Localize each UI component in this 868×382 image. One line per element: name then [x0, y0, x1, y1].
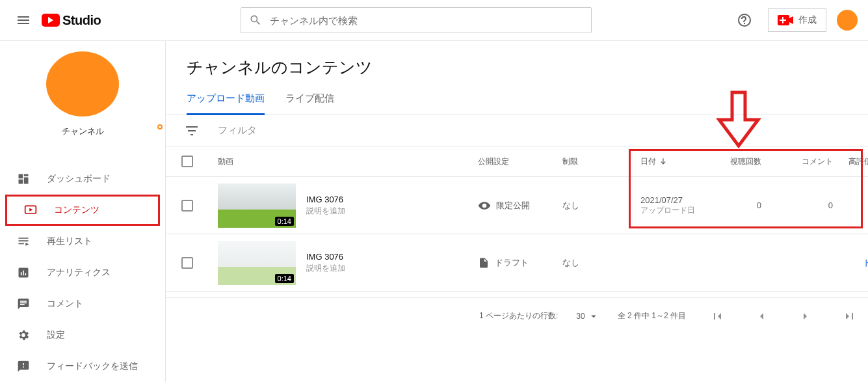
sidebar-item-playlists[interactable]: 再生リスト [0, 226, 165, 257]
chevron-right-icon [798, 308, 813, 324]
views-cell: 0 [712, 200, 777, 210]
help-button[interactable] [731, 7, 757, 33]
sidebar-item-label: コンテンツ [54, 204, 142, 216]
tab-uploads[interactable]: アップロード動画 [187, 86, 265, 115]
rows-per-page-select[interactable]: 30 [576, 310, 599, 322]
sidebar-item-settings[interactable]: 設定 [0, 320, 165, 351]
app-header: Studio 作成 [0, 0, 868, 41]
sidebar-item-label: ダッシュボード [47, 173, 150, 185]
edit-draft-link[interactable]: ドラフトを編 [848, 257, 868, 269]
col-date[interactable]: 日付 [640, 156, 712, 167]
analytics-icon [16, 266, 31, 279]
date-cell: 2021/07/27 アップロード日 [640, 195, 712, 216]
sidebar-item-comments[interactable]: コメント [0, 288, 165, 320]
sidebar-item-label: コメント [47, 298, 150, 310]
svg-rect-3 [780, 20, 786, 21]
visibility-cell[interactable]: 限定公開 [478, 199, 562, 212]
video-cell[interactable]: 0:14 IMG 3076 説明を追加 [218, 184, 478, 228]
sidebar-item-label: フィードバックを送信 [47, 361, 150, 372]
main-content: チャンネルのコンテンツ アップロード動画 ライブ配信 フィルタ 動画 公開設定 … [166, 41, 868, 382]
restrictions-cell: なし [562, 200, 640, 211]
search-box[interactable] [241, 7, 592, 33]
first-page-button[interactable] [704, 303, 730, 329]
sidebar-item-label: 設定 [47, 329, 150, 341]
col-restrictions[interactable]: 制限 [562, 156, 640, 167]
comments-icon [16, 297, 31, 310]
video-title: IMG 3076 [306, 252, 345, 262]
table-paginator: 1 ページあたりの行数: 30 全 2 件中 1～2 件目 [166, 297, 868, 334]
youtube-play-icon [42, 14, 60, 27]
video-duration: 0:14 [275, 274, 294, 283]
sidebar-item-content[interactable]: コンテンツ [5, 195, 160, 226]
video-cell[interactable]: 0:14 IMG 3076 説明を追加 [218, 241, 478, 285]
page-last-icon [842, 308, 858, 324]
date-value: 2021/07/27 [640, 195, 712, 205]
page-first-icon [709, 308, 725, 324]
col-video[interactable]: 動画 [218, 156, 478, 167]
table-row[interactable]: 0:14 IMG 3076 説明を追加 限定公開 なし 2021/07/27 ア… [166, 177, 868, 234]
comments-cell: 0 [777, 200, 848, 210]
video-thumbnail[interactable]: 0:14 [218, 241, 296, 285]
hamburger-icon [16, 12, 31, 28]
content-tabs: アップロード動画 ライブ配信 [166, 83, 868, 115]
video-thumbnail[interactable]: 0:14 [218, 184, 296, 228]
prev-page-button[interactable] [748, 303, 774, 329]
restrictions-cell: なし [562, 257, 640, 269]
col-likes[interactable]: 高評価率（低 [848, 156, 868, 167]
rows-per-page-label: 1 ページあたりの行数: [479, 310, 558, 321]
row-checkbox[interactable] [181, 200, 193, 211]
account-avatar[interactable] [837, 10, 858, 31]
visibility-cell[interactable]: ドラフト [478, 257, 562, 269]
video-description-placeholder: 説明を追加 [306, 263, 345, 274]
create-video-icon [778, 15, 793, 25]
search-icon [249, 14, 262, 27]
video-description-placeholder: 説明を追加 [306, 206, 345, 217]
help-icon [737, 12, 752, 28]
svg-marker-5 [29, 208, 33, 211]
col-comments[interactable]: コメント [777, 156, 848, 167]
sidebar-item-label: アナリティクス [47, 267, 150, 279]
draft-icon [478, 257, 490, 269]
header-actions: 作成 [731, 7, 858, 33]
channel-avatar[interactable] [46, 51, 119, 116]
sidebar-item-dashboard[interactable]: ダッシュボード [0, 163, 165, 195]
next-page-button[interactable] [793, 303, 819, 329]
video-title: IMG 3076 [306, 195, 345, 204]
dashboard-icon [16, 172, 31, 185]
studio-logo[interactable]: Studio [42, 13, 101, 28]
sidebar-item-analytics[interactable]: アナリティクス [0, 257, 165, 288]
filter-bar[interactable]: フィルタ [166, 115, 868, 146]
video-duration: 0:14 [275, 217, 294, 226]
sidebar-item-label: 再生リスト [47, 236, 150, 247]
col-visibility[interactable]: 公開設定 [478, 156, 562, 167]
tab-live[interactable]: ライブ配信 [285, 86, 334, 115]
last-page-button[interactable] [837, 303, 863, 329]
sidebar-nav: ダッシュボード コンテンツ 再生リスト アナリティクス コメント 設定 [0, 163, 165, 382]
create-button-label: 作成 [798, 14, 817, 26]
search-container [101, 7, 731, 33]
filter-label: フィルタ [218, 124, 257, 137]
menu-button[interactable] [10, 7, 36, 33]
feedback-icon [16, 360, 31, 373]
visibility-label: ドラフト [495, 257, 529, 269]
sidebar-item-feedback[interactable]: フィードバックを送信 [0, 351, 165, 382]
sidebar: チャンネル ダッシュボード コンテンツ 再生リスト アナリティクス コメント [0, 41, 166, 382]
svg-rect-8 [23, 271, 24, 276]
content-icon [23, 204, 38, 217]
page-title: チャンネルのコンテンツ [166, 41, 868, 83]
search-input[interactable] [270, 15, 583, 26]
create-button[interactable]: 作成 [768, 8, 826, 32]
col-views[interactable]: 視聴回数 [712, 156, 777, 167]
chevron-down-icon [588, 310, 599, 322]
select-all-checkbox[interactable] [181, 156, 193, 167]
svg-rect-9 [25, 273, 27, 275]
table-row[interactable]: 0:14 IMG 3076 説明を追加 ドラフト なし ドラフトを編 [166, 234, 868, 292]
playlist-icon [16, 235, 31, 248]
sidebar-collapse-indicator [157, 124, 163, 130]
unlisted-icon [478, 199, 491, 212]
logo-text: Studio [62, 13, 101, 28]
annotation-arrow-icon [716, 90, 761, 149]
gear-icon [16, 329, 31, 342]
filter-icon [184, 123, 200, 139]
row-checkbox[interactable] [181, 257, 193, 269]
